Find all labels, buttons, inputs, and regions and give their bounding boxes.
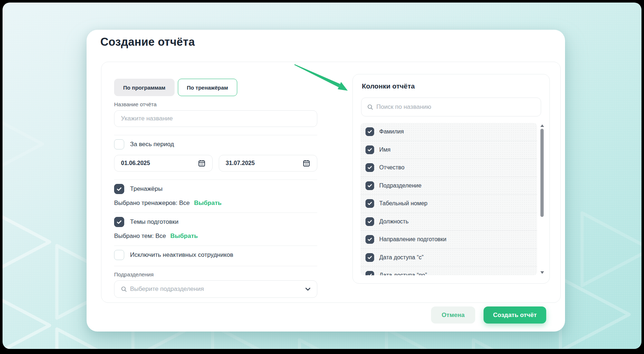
report-name-label: Название отчёта xyxy=(114,101,317,107)
column-checkbox[interactable] xyxy=(365,253,374,262)
topics-row[interactable]: Темы подготовки xyxy=(114,217,317,227)
date-from-value: 01.06.2025 xyxy=(121,160,150,166)
report-name-input[interactable]: Укажите название xyxy=(114,110,317,127)
divider xyxy=(114,213,317,213)
page-background: Создание отчёта По программам По тренажё… xyxy=(3,3,641,349)
column-row[interactable]: Фамилия xyxy=(360,123,537,141)
column-checkbox[interactable] xyxy=(365,127,374,136)
divider xyxy=(114,266,317,266)
column-row[interactable]: Должность xyxy=(360,213,537,231)
create-report-modal: Создание отчёта По программам По тренажё… xyxy=(87,30,565,332)
departments-dropdown[interactable]: Выберите подразделения xyxy=(114,280,317,298)
form-container: По программам По тренажёрам Название отч… xyxy=(101,62,561,303)
column-checkbox[interactable] xyxy=(365,271,374,275)
topics-select-link[interactable]: Выбрать xyxy=(170,232,198,240)
whole-period-checkbox[interactable] xyxy=(114,139,124,149)
trainers-selected-row: Выбрано тренажеров: Все Выбрать xyxy=(114,199,317,207)
topics-selected-row: Выбрано тем: Все Выбрать xyxy=(114,232,317,240)
scroll-up-arrow-icon[interactable] xyxy=(540,124,544,127)
column-row[interactable]: Направление подготовки xyxy=(360,231,537,249)
tab-by-programs[interactable]: По программам xyxy=(114,79,175,96)
column-label: Отчество xyxy=(379,164,405,171)
trainers-select-link[interactable]: Выбрать xyxy=(194,199,222,207)
calendar-icon[interactable] xyxy=(198,159,206,167)
topics-checkbox[interactable] xyxy=(114,217,124,227)
column-label: Дата доступа “с” xyxy=(379,254,423,261)
divider xyxy=(114,246,317,246)
tab-by-simulators[interactable]: По тренажёрам xyxy=(178,79,237,96)
column-label: Фамилия xyxy=(379,128,404,135)
search-icon xyxy=(121,286,127,292)
column-label: Подразделение xyxy=(379,182,422,189)
column-label: Должность xyxy=(379,218,409,225)
column-checkbox[interactable] xyxy=(365,181,374,190)
cancel-button[interactable]: Отмена xyxy=(431,306,475,324)
column-row[interactable]: Дата доступа “с” xyxy=(360,249,537,267)
trainers-row[interactable]: Тренажёры xyxy=(114,184,317,194)
trainers-label: Тренажёры xyxy=(130,185,163,193)
column-row[interactable]: Отчество xyxy=(360,159,537,177)
columns-search-input[interactable]: Поиск по названию xyxy=(361,98,541,116)
search-icon xyxy=(367,104,373,110)
exclude-inactive-label: Исключить неактивных сотрудников xyxy=(130,251,233,259)
modal-title: Создание отчёта xyxy=(100,36,195,49)
report-name-placeholder: Укажите название xyxy=(121,115,173,122)
calendar-icon[interactable] xyxy=(302,159,310,167)
date-to-value: 31.07.2025 xyxy=(226,160,255,166)
whole-period-label: За весь период xyxy=(130,141,174,148)
column-row[interactable]: Подразделение xyxy=(360,177,537,195)
report-settings-column: По программам По тренажёрам Название отч… xyxy=(114,62,317,298)
divider xyxy=(114,180,317,180)
columns-panel-title: Колонки отчёта xyxy=(362,82,415,90)
report-columns-panel: Колонки отчёта Поиск по названию Фамилия… xyxy=(352,74,550,284)
create-report-button[interactable]: Создать отчёт xyxy=(484,306,546,324)
date-range-row: 01.06.2025 31.07.2025 xyxy=(114,155,317,172)
whole-period-row[interactable]: За весь период xyxy=(114,139,317,149)
departments-placeholder: Выберите подразделения xyxy=(130,285,204,293)
divider xyxy=(114,135,317,135)
departments-label: Подразделения xyxy=(114,271,317,277)
topics-label: Темы подготовки xyxy=(130,218,179,226)
topics-selected-text: Выбрано тем: Все xyxy=(114,232,166,240)
column-label: Дата доступа “по” xyxy=(379,272,427,275)
exclude-inactive-row[interactable]: Исключить неактивных сотрудников xyxy=(114,250,317,260)
column-label: Табельный номер xyxy=(379,200,427,207)
report-type-tabs: По программам По тренажёрам xyxy=(114,79,317,96)
trainers-checkbox[interactable] xyxy=(114,184,124,194)
date-to-input[interactable]: 31.07.2025 xyxy=(219,155,317,172)
column-row[interactable]: Имя xyxy=(360,141,537,159)
scroll-down-arrow-icon[interactable] xyxy=(540,271,544,274)
column-row[interactable]: Табельный номер xyxy=(360,195,537,213)
exclude-inactive-checkbox[interactable] xyxy=(114,250,124,260)
date-from-input[interactable]: 01.06.2025 xyxy=(114,155,213,172)
column-checkbox[interactable] xyxy=(365,199,374,208)
trainers-selected-text: Выбрано тренажеров: Все xyxy=(114,199,190,207)
report-columns-list: ФамилияИмяОтчествоПодразделениеТабельный… xyxy=(360,123,537,275)
chevron-down-icon xyxy=(305,288,310,291)
columns-search-placeholder: Поиск по названию xyxy=(376,103,431,111)
column-checkbox[interactable] xyxy=(365,163,374,172)
scrollbar-thumb[interactable] xyxy=(540,129,544,217)
column-label: Имя xyxy=(379,147,390,153)
column-label: Направление подготовки xyxy=(379,236,446,243)
column-checkbox[interactable] xyxy=(365,145,374,154)
columns-scrollbar[interactable] xyxy=(540,124,544,274)
column-checkbox[interactable] xyxy=(365,217,374,226)
column-checkbox[interactable] xyxy=(365,235,374,244)
column-row[interactable]: Дата доступа “по” xyxy=(360,267,537,275)
